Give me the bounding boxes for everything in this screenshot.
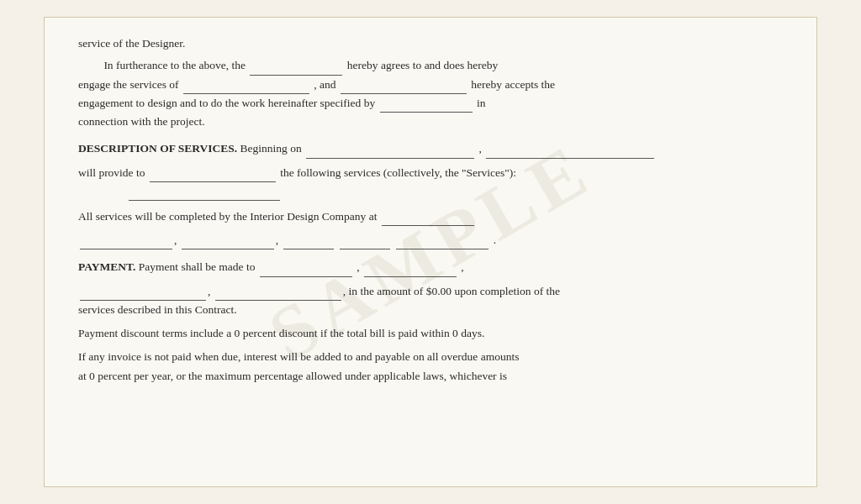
blank-payment-detail1 [80, 289, 206, 301]
section2-beginning: Beginning on [240, 142, 302, 155]
all-services-text: All services will be completed by the In… [78, 210, 377, 223]
interest-text2: at 0 percent per year, or the maximum pe… [78, 370, 507, 382]
document-content: service of the Designer. In furtherance … [78, 34, 783, 386]
payment-comma1: , [357, 260, 359, 273]
section2-comma1: , [478, 142, 481, 155]
interest-text1: If any invoice is not paid when due, int… [78, 350, 519, 363]
para1-in: in [477, 97, 486, 109]
payment-header-para: PAYMENT. Payment shall be made to , , [78, 258, 783, 276]
blank-addr2 [182, 238, 274, 249]
blank-date2 [486, 147, 654, 159]
payment-services-text: services described in this Contract. [78, 303, 237, 316]
blank-payee2 [364, 265, 457, 277]
top-line: service of the Designer. [78, 34, 783, 53]
payment-amount-para: , , in the amount of $0.00 upon completi… [78, 282, 783, 320]
section2-header-para: DESCRIPTION OF SERVICES. Beginning on , [78, 139, 783, 158]
blank-location1 [382, 214, 474, 226]
para1-accepts: hereby accepts the [471, 78, 555, 91]
blank-party1 [250, 64, 342, 76]
para1-and: , and [314, 78, 335, 91]
address-line: , , . [78, 231, 783, 249]
discount-text: Payment discount terms include a 0 perce… [78, 327, 484, 339]
blank-addr1 [80, 238, 172, 249]
blank-designer-name [183, 82, 309, 94]
blank-start-date [306, 147, 474, 159]
blank-provider [150, 171, 276, 182]
document-page: SAMPLE service of the Designer. In furth… [44, 17, 817, 487]
blank-addr5 [396, 238, 489, 249]
top-line-text: service of the Designer. [78, 37, 185, 50]
payment-text: Payment shall be made to [139, 260, 256, 273]
blank-specified-by [380, 101, 473, 113]
blank-payee1 [260, 265, 352, 277]
blank-service-line [129, 189, 280, 201]
all-services-para: All services will be completed by the In… [78, 207, 783, 226]
payment-comma2: , [461, 260, 463, 273]
payment-amount-text: in the amount of $0.00 upon completion o… [349, 285, 561, 297]
interest-para: If any invoice is not paid when due, int… [78, 348, 783, 386]
payment-header-text: PAYMENT. [78, 260, 135, 273]
section2-services-text: the following services (collectively, th… [280, 166, 516, 179]
blank-addr3 [283, 238, 334, 249]
para1-engage: engage the services of [78, 78, 179, 91]
section2-will-provide: will provide to the following services (… [78, 164, 783, 182]
section2-header-text: DESCRIPTION OF SERVICES. [78, 142, 237, 155]
para1-connection: connection with the project. [78, 115, 205, 128]
discount-para: Payment discount terms include a 0 perce… [78, 324, 783, 343]
para1-prefix: In furtherance to the above, the [103, 59, 246, 71]
para1-engagement: engagement to design and to do the work … [78, 97, 375, 109]
blank-addr4 [340, 238, 390, 249]
section2-will: will provide to [78, 166, 145, 179]
blank-party2 [341, 82, 467, 94]
para1-mid1: hereby agrees to and does hereby [347, 59, 499, 71]
paragraph-1: In furtherance to the above, the hereby … [78, 56, 783, 131]
address-period: . [494, 234, 496, 246]
blank-payment-detail2 [215, 289, 341, 301]
